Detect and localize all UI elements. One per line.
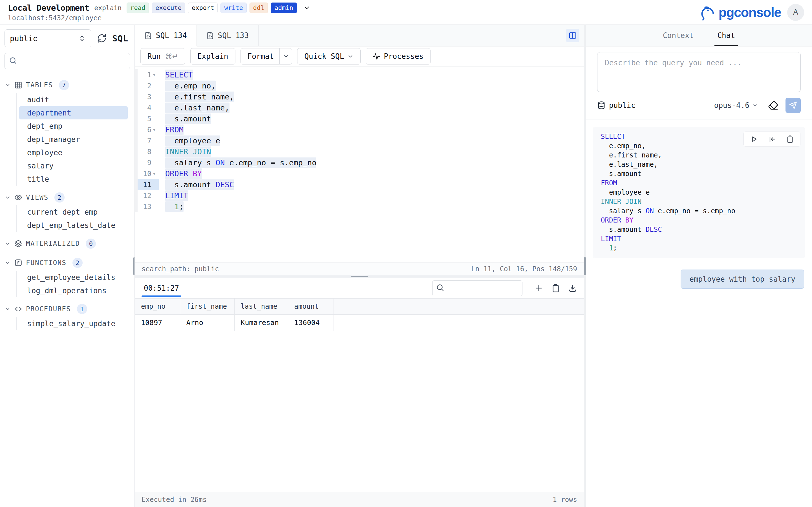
column-header-last_name[interactable]: last_name xyxy=(234,298,288,314)
chevron-down-icon[interactable] xyxy=(303,4,310,11)
column-header-first_name[interactable]: first_name xyxy=(180,298,234,314)
fold-arrow-icon[interactable]: ▾ xyxy=(151,171,157,176)
download-results-button[interactable] xyxy=(568,284,577,293)
editor-line-7[interactable]: 7 employee e xyxy=(135,135,584,146)
line-number-gutter[interactable]: 12 xyxy=(135,190,159,201)
tree-item-dept_emp[interactable]: dept_emp xyxy=(19,119,128,133)
format-button[interactable]: Format xyxy=(241,48,292,64)
editor-line-13[interactable]: 13 1; xyxy=(135,201,584,212)
tree-item-simple_salary_update[interactable]: simple_salary_update xyxy=(19,317,128,330)
panel-resize-divider[interactable] xyxy=(584,25,586,507)
result-cell: 10897 xyxy=(135,314,180,331)
editor-line-6[interactable]: 6▾FROM xyxy=(135,124,584,135)
drag-handle[interactable] xyxy=(584,257,586,275)
line-number-gutter[interactable]: 10▾ xyxy=(135,168,159,179)
user-avatar[interactable]: A xyxy=(787,4,804,21)
editor-line-3[interactable]: 3 e.first_name, xyxy=(135,91,584,102)
run-code-button[interactable] xyxy=(750,135,758,143)
tab-chat[interactable]: Chat xyxy=(714,25,738,46)
tree-item-dept_manager[interactable]: dept_manager xyxy=(19,133,128,146)
search-icon xyxy=(9,56,17,66)
tree-item-get_employee_details[interactable]: get_employee_details xyxy=(19,271,128,284)
refresh-button[interactable] xyxy=(97,34,107,43)
context-schema[interactable]: public xyxy=(597,101,636,110)
tab-context[interactable]: Context xyxy=(660,25,697,46)
tab-sql-133[interactable]: SQL 133 xyxy=(197,25,259,46)
editor-line-4[interactable]: 4 e.last_name, xyxy=(135,102,584,113)
editor-line-10[interactable]: 10▾ORDER BY xyxy=(135,168,584,179)
processes-button[interactable]: Processes xyxy=(366,48,430,64)
pgconsole-wordmark: pgconsole xyxy=(718,4,781,20)
materialized-section-header[interactable]: MATERIALIZED 0 xyxy=(0,236,135,251)
copy-results-button[interactable] xyxy=(551,284,560,293)
editor-line-12[interactable]: 12LIMIT xyxy=(135,190,584,201)
line-number-gutter[interactable]: 11 xyxy=(135,179,159,190)
send-button[interactable] xyxy=(785,98,801,113)
line-number: 8 xyxy=(140,148,151,156)
permission-badge-admin: admin xyxy=(271,3,297,13)
tables-section-header[interactable]: TABLES 7 xyxy=(0,78,135,93)
format-dropdown-button[interactable] xyxy=(280,48,292,64)
fold-arrow-icon[interactable]: ▾ xyxy=(151,72,157,77)
line-number-gutter[interactable]: 4 xyxy=(135,102,159,113)
line-number-gutter[interactable]: 1▾ xyxy=(135,69,159,80)
tree-item-current_dept_emp[interactable]: current_dept_emp xyxy=(19,205,128,219)
chevrons-up-down-icon xyxy=(78,34,86,42)
line-number-gutter[interactable]: 2 xyxy=(135,80,159,91)
procedures-section-header[interactable]: PROCEDURES 1 xyxy=(0,302,135,316)
column-header-amount[interactable]: amount xyxy=(288,298,334,314)
sidebar-search-input[interactable] xyxy=(20,57,126,66)
explain-button[interactable]: Explain xyxy=(190,48,236,64)
line-number-gutter[interactable]: 8 xyxy=(135,146,159,157)
results-resize-divider[interactable] xyxy=(135,275,584,278)
drag-handle[interactable] xyxy=(351,276,368,277)
tree-item-department[interactable]: department xyxy=(19,106,128,119)
permission-badge-execute: execute xyxy=(152,3,185,13)
sql-mode-label[interactable]: SQL xyxy=(112,34,128,43)
editor-line-11[interactable]: 11 s.amount DESC xyxy=(135,179,584,190)
run-button[interactable]: Run ⌘↵ xyxy=(140,48,185,64)
editor-line-2[interactable]: 2 e.emp_no, xyxy=(135,80,584,91)
fold-arrow-icon[interactable]: ▾ xyxy=(151,127,157,132)
editor-line-5[interactable]: 5 s.amount xyxy=(135,113,584,124)
count-badge: 7 xyxy=(59,80,69,90)
add-result-tab-button[interactable] xyxy=(534,284,543,293)
tree-item-audit[interactable]: audit xyxy=(19,93,128,106)
line-number-gutter[interactable]: 7 xyxy=(135,135,159,146)
results-search[interactable] xyxy=(432,280,522,296)
tree-item-title[interactable]: title xyxy=(19,172,128,186)
tree-item-employee[interactable]: employee xyxy=(19,146,128,159)
schema-select[interactable]: public xyxy=(4,29,91,47)
views-section-header[interactable]: VIEWS 2 xyxy=(0,190,135,205)
insert-to-editor-button[interactable] xyxy=(768,135,776,143)
copy-code-button[interactable] xyxy=(786,135,794,143)
result-timer-tab[interactable]: 00:51:27 xyxy=(142,278,181,298)
tree-item-log_dml_operations[interactable]: log_dml_operations xyxy=(19,284,128,297)
line-number-gutter[interactable]: 6▾ xyxy=(135,124,159,135)
model-selector[interactable]: opus-4.6 xyxy=(714,101,758,110)
sql-editor[interactable]: 1▾SELECT2 e.emp_no,3 e.first_name,4 e.la… xyxy=(135,66,584,263)
activity-pulse-icon xyxy=(373,53,380,60)
split-view-button[interactable] xyxy=(566,29,579,42)
editor-line-9[interactable]: 9 salary s ON e.emp_no = s.emp_no xyxy=(135,157,584,168)
tree-item-salary[interactable]: salary xyxy=(19,159,128,172)
editor-line-8[interactable]: 8INNER JOIN xyxy=(135,146,584,157)
tree-item-dept_emp_latest_date[interactable]: dept_emp_latest_date xyxy=(19,219,128,232)
result-row[interactable]: 10897ArnoKumaresan136004 xyxy=(135,314,584,331)
line-number-gutter[interactable]: 5 xyxy=(135,113,159,124)
functions-section-header[interactable]: FUNCTIONS 2 xyxy=(0,256,135,270)
count-badge: 0 xyxy=(86,238,96,249)
line-number-gutter[interactable]: 9 xyxy=(135,157,159,168)
results-search-input[interactable] xyxy=(447,284,534,292)
editor-line-1[interactable]: 1▾SELECT xyxy=(135,69,584,80)
quick-sql-button[interactable]: Quick SQL xyxy=(297,48,361,64)
code-text: s.amount DESC xyxy=(159,180,234,189)
clear-chat-button[interactable] xyxy=(768,100,778,110)
tab-sql-134[interactable]: SQL 134 xyxy=(135,25,197,47)
sidebar-search[interactable] xyxy=(4,53,130,69)
chat-input[interactable] xyxy=(597,52,801,92)
column-header-emp_no[interactable]: emp_no xyxy=(135,298,180,314)
line-number-gutter[interactable]: 13 xyxy=(135,201,159,212)
assistant-tabbar: Context Chat xyxy=(586,25,812,47)
line-number-gutter[interactable]: 3 xyxy=(135,91,159,102)
